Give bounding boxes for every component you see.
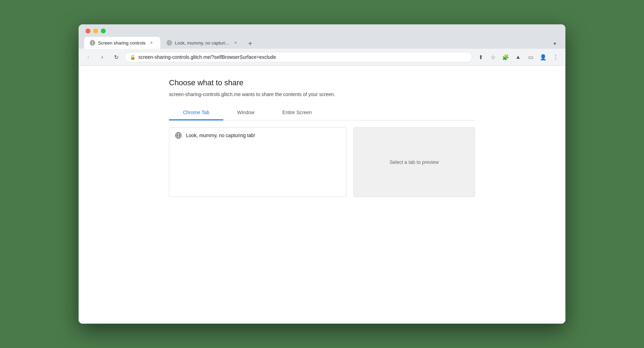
sidebar-button[interactable]: ▭ bbox=[525, 52, 536, 63]
tab-screen-sharing[interactable]: Screen sharing controls × bbox=[84, 37, 160, 49]
bookmark-button[interactable]: ☆ bbox=[488, 52, 499, 63]
minimize-window-button[interactable] bbox=[93, 29, 98, 33]
preview-panel: Select a tab to preview bbox=[353, 127, 475, 197]
tabs-list: Look, mummy, no capturing tab! bbox=[169, 127, 346, 197]
account-button[interactable]: 👤 bbox=[538, 52, 549, 63]
tab-dropdown-button[interactable]: ▾ bbox=[549, 38, 560, 49]
preview-text: Select a tab to preview bbox=[389, 159, 439, 165]
dialog-title: Choose what to share bbox=[169, 78, 475, 87]
bookmark-icon: ☆ bbox=[491, 54, 496, 61]
labs-icon: ▲ bbox=[515, 54, 521, 60]
share-tabs: Chrome Tab Window Entire Screen bbox=[169, 105, 475, 120]
labs-button[interactable]: ▲ bbox=[513, 52, 524, 63]
share-page-button[interactable]: ⬆ bbox=[475, 52, 486, 63]
inactive-tab-label: Look, mummy, no capturing ta… bbox=[175, 40, 230, 46]
extensions-icon: 🧩 bbox=[502, 54, 509, 61]
nav-bar: ‹ › ↻ 🔒 ⬆ ☆ 🧩 ▲ ▭ bbox=[79, 49, 565, 66]
close-inactive-tab-button[interactable]: × bbox=[233, 40, 239, 46]
tab-window[interactable]: Window bbox=[223, 105, 268, 120]
sidebar-icon: ▭ bbox=[528, 54, 533, 61]
account-icon: 👤 bbox=[540, 54, 547, 61]
window-controls bbox=[84, 29, 560, 33]
page-content: Choose what to share screen-sharing-cont… bbox=[79, 66, 565, 324]
close-window-button[interactable] bbox=[86, 29, 90, 33]
forward-icon: › bbox=[101, 54, 103, 60]
tab-entire-screen[interactable]: Entire Screen bbox=[268, 105, 326, 120]
close-active-tab-button[interactable]: × bbox=[148, 40, 155, 46]
list-item[interactable]: Look, mummy, no capturing tab! bbox=[169, 128, 346, 143]
tab-list-item-label: Look, mummy, no capturing tab! bbox=[186, 133, 255, 138]
address-bar[interactable] bbox=[138, 54, 467, 60]
tabs-bar: Screen sharing controls × Look, mummy, n… bbox=[84, 37, 560, 49]
extensions-button[interactable]: 🧩 bbox=[500, 52, 511, 63]
back-icon: ‹ bbox=[87, 54, 89, 60]
lock-icon: 🔒 bbox=[130, 54, 136, 60]
share-content: Look, mummy, no capturing tab! Select a … bbox=[169, 127, 475, 197]
maximize-window-button[interactable] bbox=[101, 29, 106, 33]
menu-button[interactable]: ⋮ bbox=[550, 52, 561, 63]
tab-list-globe-icon bbox=[175, 132, 182, 139]
menu-icon: ⋮ bbox=[553, 54, 558, 61]
new-tab-button[interactable]: + bbox=[245, 38, 256, 49]
forward-button[interactable]: › bbox=[97, 52, 108, 63]
tab-chrome-tab[interactable]: Chrome Tab bbox=[169, 105, 223, 120]
active-tab-label: Screen sharing controls bbox=[98, 40, 146, 46]
nav-icons: ⬆ ☆ 🧩 ▲ ▭ 👤 ⋮ bbox=[475, 52, 561, 63]
share-icon: ⬆ bbox=[478, 54, 483, 61]
reload-icon: ↻ bbox=[114, 54, 119, 61]
globe-icon-inactive bbox=[167, 40, 172, 46]
share-dialog: Choose what to share screen-sharing-cont… bbox=[155, 66, 489, 324]
title-bar: Screen sharing controls × Look, mummy, n… bbox=[79, 24, 565, 49]
address-bar-wrapper[interactable]: 🔒 bbox=[124, 52, 472, 62]
tab-capturing[interactable]: Look, mummy, no capturing ta… × bbox=[161, 37, 244, 49]
back-button[interactable]: ‹ bbox=[83, 52, 94, 63]
dialog-subtitle: screen-sharing-controls.glitch.me wants … bbox=[169, 92, 475, 97]
browser-window: Screen sharing controls × Look, mummy, n… bbox=[79, 24, 565, 324]
globe-icon bbox=[90, 40, 95, 46]
reload-button[interactable]: ↻ bbox=[111, 52, 122, 63]
